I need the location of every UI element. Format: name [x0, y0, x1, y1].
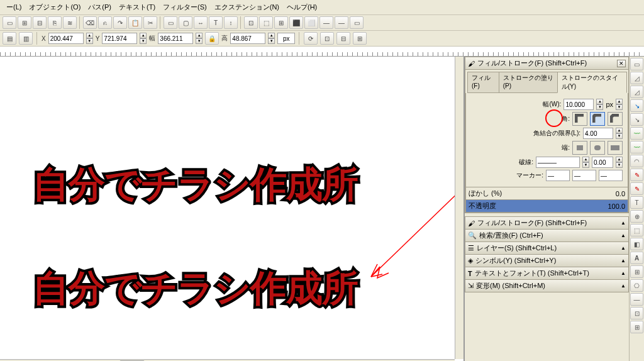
tool-btn-20[interactable]: —: [319, 16, 333, 29]
h-spinner[interactable]: ▲▼: [268, 33, 275, 44]
tool-btn-text-icon[interactable]: T: [209, 16, 223, 29]
snap-btn-13[interactable]: ◧: [630, 238, 643, 250]
dock-find[interactable]: 🔍 検索/置換(F) (Ctrl+F) ▲: [465, 229, 629, 242]
w-input[interactable]: [158, 33, 193, 44]
tool-btn-14[interactable]: ↕: [224, 16, 238, 29]
x-input[interactable]: [48, 33, 84, 44]
dash-spinner[interactable]: ▲▼: [582, 157, 589, 168]
snap-btn-1[interactable]: ◿: [630, 72, 643, 84]
tool-btn-16[interactable]: ⬚: [259, 16, 273, 29]
snap-btn-19[interactable]: ⊞: [630, 321, 643, 333]
join-bevel-button[interactable]: [608, 112, 623, 126]
join-miter-button[interactable]: [572, 112, 587, 126]
dock-transform[interactable]: ⇲ 変形(M) (Shift+Ctrl+M) ▲: [465, 279, 629, 292]
cap-square-button[interactable]: [608, 141, 623, 155]
h-input[interactable]: [230, 33, 265, 44]
canvas[interactable]: 自分でチラシ作成所 自分でチラシ作成所: [0, 57, 464, 361]
dashoff-spinner[interactable]: ▲▼: [616, 157, 623, 168]
affect-btn-4[interactable]: ⊞: [353, 32, 367, 45]
menu-path[interactable]: パス(P): [86, 1, 114, 13]
snap-btn-18[interactable]: ⊡: [630, 307, 643, 319]
snap-btn-10[interactable]: T: [630, 196, 643, 209]
dock-text[interactable]: T テキストとフォント(T) (Shift+Ctrl+T) ▲: [465, 267, 629, 280]
snap-btn-8[interactable]: ✎: [630, 169, 643, 181]
tool-btn-21[interactable]: —: [335, 16, 348, 29]
tool-btn-0[interactable]: ▭: [3, 16, 16, 29]
snap-btn-5[interactable]: 〰: [630, 127, 643, 140]
tool-btn-5[interactable]: ⌫: [83, 16, 97, 29]
unit-spinner[interactable]: ▲▼: [616, 99, 623, 110]
join-round-button[interactable]: [590, 112, 605, 126]
snap-btn-7[interactable]: ◠: [630, 155, 643, 167]
tool-btn-22[interactable]: ▭: [350, 16, 364, 29]
tool-btn-1[interactable]: ⊞: [18, 16, 31, 29]
snap-btn-15[interactable]: ⊞: [630, 265, 643, 278]
menu-object[interactable]: オブジェクト(O): [26, 1, 83, 13]
blur-value[interactable]: 0.0: [616, 190, 625, 197]
affect-btn-2[interactable]: ⊡: [320, 32, 334, 45]
dock-fillstroke[interactable]: 🖌 フィル/ストローク(F) (Shift+Ctrl+F) ▲: [465, 216, 629, 230]
miter-spinner[interactable]: ▲▼: [616, 128, 623, 139]
tool-btn-19[interactable]: ⬜: [304, 16, 318, 29]
lock-aspect-icon[interactable]: 🔒: [205, 32, 219, 45]
x-spinner[interactable]: ▲▼: [86, 33, 93, 44]
tool-btn-2[interactable]: ⊟: [33, 16, 47, 29]
opacity-value[interactable]: 100.0: [608, 203, 625, 210]
tool-btn-9[interactable]: ✂: [143, 16, 157, 29]
w-spinner[interactable]: ▲▼: [196, 33, 203, 44]
tool-btn-11[interactable]: ▢: [179, 16, 192, 29]
close-button[interactable]: ✕: [617, 60, 626, 67]
marker-start-select[interactable]: —: [546, 170, 570, 181]
align-btn-2[interactable]: ▥: [19, 32, 33, 45]
snap-btn-17[interactable]: —: [630, 293, 643, 306]
tool-btn-6[interactable]: ⎌: [98, 16, 112, 29]
tab-stroke-style[interactable]: ストロークのスタイル(Y): [557, 72, 627, 93]
tool-btn-3[interactable]: ⎘: [48, 16, 62, 29]
snap-btn-0[interactable]: ▭: [630, 58, 643, 70]
snap-btn-4[interactable]: ↘: [630, 113, 643, 126]
align-btn-1[interactable]: ▤: [3, 32, 16, 45]
menu-help[interactable]: ヘルプ(H): [284, 1, 319, 13]
miter-limit-input[interactable]: 4.00: [583, 128, 613, 139]
y-spinner[interactable]: ▲▼: [140, 33, 147, 44]
snap-btn-6[interactable]: 〰: [630, 141, 643, 153]
tool-btn-10[interactable]: ▭: [164, 16, 177, 29]
menu-layer[interactable]: ー(L): [4, 1, 24, 13]
tool-btn-15[interactable]: ⊡: [244, 16, 258, 29]
marker-mid-select[interactable]: —: [572, 170, 596, 181]
snap-btn-2[interactable]: ◿: [630, 86, 643, 98]
canvas-text-1[interactable]: 自分でチラシ作成所: [33, 160, 358, 209]
stroke-width-input[interactable]: 10.000: [564, 99, 594, 110]
menu-filter[interactable]: フィルター(S): [160, 1, 209, 13]
snap-btn-12[interactable]: ⬚: [630, 224, 643, 236]
y-input[interactable]: [102, 33, 137, 44]
snap-btn-3[interactable]: ↘: [630, 99, 643, 112]
tab-fill[interactable]: フィル(F): [467, 72, 499, 93]
snap-btn-9[interactable]: ✎: [630, 182, 643, 195]
tool-btn-18[interactable]: ⬛: [289, 16, 303, 29]
tool-btn-4[interactable]: ≋: [63, 16, 77, 29]
dock-symbols[interactable]: ◈ シンボル(Y) (Shift+Ctrl+Y) ▲: [465, 254, 629, 267]
menu-extension[interactable]: エクステンション(N): [212, 1, 282, 13]
affect-btn-1[interactable]: ⟳: [304, 32, 318, 45]
stroke-width-unit[interactable]: px: [606, 101, 613, 108]
snap-btn-16[interactable]: ⎔: [630, 279, 643, 292]
cap-butt-button[interactable]: [572, 141, 587, 155]
tab-stroke-paint[interactable]: ストロークの塗り(P): [499, 72, 558, 93]
tool-btn-8[interactable]: 📋: [128, 16, 142, 29]
tool-btn-17[interactable]: ⊞: [274, 16, 288, 29]
tool-btn-12[interactable]: ↔: [194, 16, 208, 29]
cap-round-button[interactable]: [590, 141, 605, 155]
width-spinner[interactable]: ▲▼: [596, 99, 603, 110]
tool-btn-7[interactable]: ↷: [113, 16, 127, 29]
snap-btn-11[interactable]: ⊕: [630, 210, 643, 223]
dash-offset-input[interactable]: 0.00: [592, 157, 613, 168]
canvas-text-2[interactable]: 自分でチラシ作成所: [33, 264, 358, 313]
dash-pattern-select[interactable]: ———: [536, 157, 580, 168]
affect-btn-3[interactable]: ⊟: [336, 32, 350, 45]
unit-select[interactable]: px: [277, 33, 295, 44]
dock-layers[interactable]: ☰ レイヤー(S) (Shift+Ctrl+L) ▲: [465, 242, 629, 255]
snap-btn-14[interactable]: A: [630, 252, 643, 264]
marker-end-select[interactable]: —: [599, 170, 623, 181]
menu-text[interactable]: テキスト(T): [116, 1, 158, 13]
